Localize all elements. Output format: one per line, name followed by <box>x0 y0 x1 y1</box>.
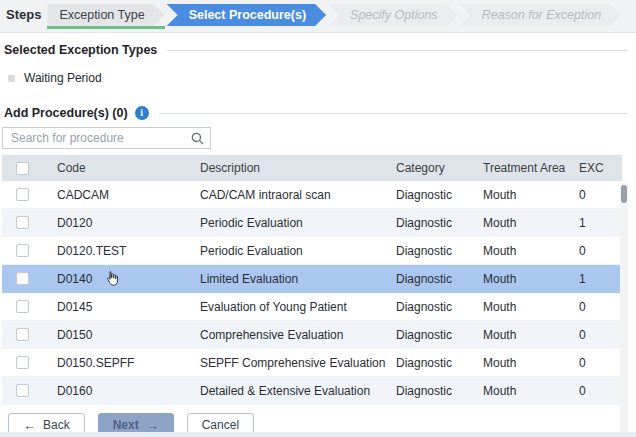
cell-code: D0120 <box>57 216 200 230</box>
cell-description: Comprehensive Evaluation <box>200 328 396 342</box>
table-row[interactable]: D0150 Comprehensive Evaluation Diagnosti… <box>2 321 622 349</box>
cell-exc: 0 <box>579 384 622 398</box>
cell-treatment-area: Mouth <box>483 356 579 370</box>
info-icon[interactable]: i <box>135 106 149 120</box>
search-container <box>2 127 211 149</box>
breadcrumb: Steps Exception Type Select Procedure(s)… <box>0 0 636 33</box>
cell-exc: 0 <box>579 328 622 342</box>
tab-exception-type[interactable]: Exception Type <box>47 4 164 26</box>
row-checkbox[interactable] <box>16 300 29 313</box>
cell-code: D0150.SEPFF <box>57 356 200 370</box>
cell-description: Evaluation of Young Patient <box>200 300 396 314</box>
cell-description: SEPFF Comprehensive Evaluation <box>200 356 396 370</box>
cancel-button-label: Cancel <box>202 418 239 432</box>
cell-description: Periodic Evaluation <box>200 216 396 230</box>
selected-exception-section-header: Selected Exception Types <box>4 43 628 57</box>
cell-treatment-area: Mouth <box>483 216 579 230</box>
cell-code: D0140 <box>57 272 200 286</box>
search-input[interactable] <box>2 127 211 149</box>
cell-code: D0145 <box>57 300 200 314</box>
cell-category: Diagnostic <box>396 300 483 314</box>
scrollbar-thumb[interactable] <box>621 185 627 203</box>
column-header-description: Description <box>200 161 396 175</box>
cell-category: Diagnostic <box>396 356 483 370</box>
section-title: Add Procedure(s) (0) <box>4 106 128 120</box>
column-header-category: Category <box>396 161 483 175</box>
cell-treatment-area: Mouth <box>483 244 579 258</box>
table-row[interactable]: D0160 Detailed & Extensive Evaluation Di… <box>2 377 622 405</box>
procedure-table: Code Description Category Treatment Area… <box>0 155 636 405</box>
cell-category: Diagnostic <box>396 216 483 230</box>
column-header-code: Code <box>57 161 200 175</box>
cell-treatment-area: Mouth <box>483 328 579 342</box>
cell-code: D0150 <box>57 328 200 342</box>
tab-specify-options: Specify Options <box>328 4 458 26</box>
cell-code: D0160 <box>57 384 200 398</box>
back-arrow-icon: ← <box>23 419 36 432</box>
cell-exc: 0 <box>579 244 622 258</box>
select-all-checkbox[interactable] <box>16 162 29 175</box>
cell-category: Diagnostic <box>396 272 483 286</box>
tab-reason-for-exception: Reason for Exception <box>460 4 622 26</box>
column-header-exc: EXC <box>579 161 622 175</box>
row-checkbox[interactable] <box>16 188 29 201</box>
list-item: Waiting Period <box>8 71 636 85</box>
cell-exc: 1 <box>579 272 622 286</box>
column-header-treatment-area: Treatment Area <box>483 161 579 175</box>
cell-code: CADCAM <box>57 188 200 202</box>
section-title: Selected Exception Types <box>4 43 157 57</box>
bottom-edge-strip <box>0 432 636 437</box>
bullet-icon <box>8 75 15 82</box>
tab-select-procedures-label: Select Procedure(s) <box>167 4 326 26</box>
table-row[interactable]: CADCAM CAD/CAM intraoral scan Diagnostic… <box>2 181 622 209</box>
cell-description: Periodic Evaluation <box>200 244 396 258</box>
exception-type-name: Waiting Period <box>24 71 102 85</box>
divider <box>159 113 628 114</box>
cell-exc: 0 <box>579 188 622 202</box>
step-progress-underline <box>47 26 164 29</box>
table-row[interactable]: D0150.SEPFF SEPFF Comprehensive Evaluati… <box>2 349 622 377</box>
cell-category: Diagnostic <box>396 384 483 398</box>
search-icon <box>191 131 204 149</box>
table-row[interactable]: D0120.TEST Periodic Evaluation Diagnosti… <box>2 237 622 265</box>
table-header-row: Code Description Category Treatment Area… <box>2 155 622 181</box>
tab-select-procedures[interactable]: Select Procedure(s) <box>167 4 326 26</box>
steps-label: Steps <box>6 4 41 26</box>
back-button-label: Back <box>43 418 70 432</box>
cell-code: D0120.TEST <box>57 244 200 258</box>
cell-treatment-area: Mouth <box>483 272 579 286</box>
table-row-selected[interactable]: D0140 Limited Evaluation Diagnostic Mout… <box>2 265 622 293</box>
cell-category: Diagnostic <box>396 244 483 258</box>
tab-reason-for-exception-label: Reason for Exception <box>460 4 622 26</box>
cell-description: Detailed & Extensive Evaluation <box>200 384 396 398</box>
cell-exc: 0 <box>579 300 622 314</box>
row-checkbox[interactable] <box>16 384 29 397</box>
cell-category: Diagnostic <box>396 328 483 342</box>
cell-description: Limited Evaluation <box>200 272 396 286</box>
cell-treatment-area: Mouth <box>483 188 579 202</box>
table-row[interactable]: D0120 Periodic Evaluation Diagnostic Mou… <box>2 209 622 237</box>
tab-specify-options-label: Specify Options <box>328 4 458 26</box>
row-checkbox[interactable] <box>16 272 29 285</box>
cell-exc: 1 <box>579 216 622 230</box>
divider <box>167 50 628 51</box>
cell-treatment-area: Mouth <box>483 384 579 398</box>
tab-exception-type-label: Exception Type <box>47 4 164 26</box>
next-arrow-icon: → <box>146 419 159 432</box>
cell-description: CAD/CAM intraoral scan <box>200 188 396 202</box>
add-procedures-section-header: Add Procedure(s) (0) i <box>4 106 628 120</box>
cell-exc: 0 <box>579 356 622 370</box>
cell-category: Diagnostic <box>396 188 483 202</box>
row-checkbox[interactable] <box>16 356 29 369</box>
row-checkbox[interactable] <box>16 216 29 229</box>
cursor-icon <box>103 270 120 291</box>
row-checkbox[interactable] <box>16 244 29 257</box>
vertical-scrollbar[interactable] <box>620 183 628 437</box>
table-row[interactable]: D0145 Evaluation of Young Patient Diagno… <box>2 293 622 321</box>
next-button-label: Next <box>113 418 139 432</box>
cell-treatment-area: Mouth <box>483 300 579 314</box>
row-checkbox[interactable] <box>16 328 29 341</box>
